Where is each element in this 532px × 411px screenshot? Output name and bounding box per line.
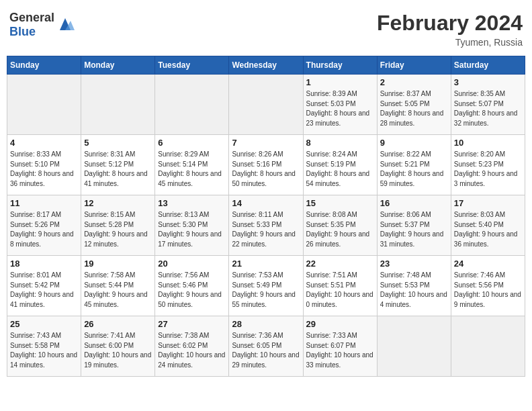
day-info: Sunrise: 7:58 AM Sunset: 5:44 PM Dayligh… bbox=[84, 271, 152, 310]
day-info: Sunrise: 8:33 AM Sunset: 5:10 PM Dayligh… bbox=[10, 150, 78, 189]
calendar-cell: 8Sunrise: 8:24 AM Sunset: 5:19 PM Daylig… bbox=[303, 135, 377, 195]
day-number: 6 bbox=[158, 138, 226, 148]
day-info: Sunrise: 8:13 AM Sunset: 5:30 PM Dayligh… bbox=[158, 210, 226, 249]
day-number: 12 bbox=[84, 198, 152, 208]
calendar-cell: 24Sunrise: 7:46 AM Sunset: 5:56 PM Dayli… bbox=[451, 256, 525, 316]
calendar-cell: 18Sunrise: 8:01 AM Sunset: 5:42 PM Dayli… bbox=[7, 256, 81, 316]
weekday-header-sunday: Sunday bbox=[7, 56, 81, 75]
day-number: 14 bbox=[232, 198, 300, 208]
day-info: Sunrise: 8:24 AM Sunset: 5:19 PM Dayligh… bbox=[306, 150, 374, 189]
title-block: February 2024 Tyumen, Russia bbox=[377, 11, 523, 48]
day-info: Sunrise: 8:06 AM Sunset: 5:37 PM Dayligh… bbox=[380, 210, 448, 249]
calendar-location: Tyumen, Russia bbox=[377, 37, 523, 48]
day-number: 8 bbox=[306, 138, 374, 148]
day-info: Sunrise: 8:35 AM Sunset: 5:07 PM Dayligh… bbox=[454, 89, 522, 128]
weekday-row: SundayMondayTuesdayWednesdayThursdayFrid… bbox=[7, 56, 525, 75]
day-info: Sunrise: 8:15 AM Sunset: 5:28 PM Dayligh… bbox=[84, 210, 152, 249]
day-number: 26 bbox=[84, 319, 152, 329]
day-number: 24 bbox=[454, 259, 522, 269]
day-info: Sunrise: 7:38 AM Sunset: 6:02 PM Dayligh… bbox=[158, 331, 226, 370]
day-info: Sunrise: 8:39 AM Sunset: 5:03 PM Dayligh… bbox=[306, 89, 374, 128]
calendar-table: SundayMondayTuesdayWednesdayThursdayFrid… bbox=[7, 56, 525, 377]
day-number: 29 bbox=[306, 319, 374, 329]
calendar-cell: 21Sunrise: 7:53 AM Sunset: 5:49 PM Dayli… bbox=[229, 256, 303, 316]
calendar-cell: 17Sunrise: 8:03 AM Sunset: 5:40 PM Dayli… bbox=[451, 195, 525, 256]
day-number: 20 bbox=[158, 259, 226, 269]
day-number: 17 bbox=[454, 198, 522, 208]
calendar-cell: 14Sunrise: 8:11 AM Sunset: 5:33 PM Dayli… bbox=[229, 195, 303, 256]
day-number: 10 bbox=[454, 138, 522, 148]
calendar-cell bbox=[229, 75, 303, 135]
weekday-header-friday: Friday bbox=[377, 56, 451, 75]
calendar-cell: 26Sunrise: 7:41 AM Sunset: 6:00 PM Dayli… bbox=[81, 316, 155, 377]
day-number: 16 bbox=[380, 198, 448, 208]
calendar-week-row: 25Sunrise: 7:43 AM Sunset: 5:58 PM Dayli… bbox=[7, 316, 525, 377]
day-number: 4 bbox=[10, 138, 78, 148]
day-number: 25 bbox=[10, 319, 78, 329]
calendar-cell: 29Sunrise: 7:33 AM Sunset: 6:07 PM Dayli… bbox=[303, 316, 377, 377]
logo: General Blue bbox=[9, 11, 75, 39]
day-info: Sunrise: 8:03 AM Sunset: 5:40 PM Dayligh… bbox=[454, 210, 522, 249]
calendar-cell: 15Sunrise: 8:08 AM Sunset: 5:35 PM Dayli… bbox=[303, 195, 377, 256]
day-info: Sunrise: 7:43 AM Sunset: 5:58 PM Dayligh… bbox=[10, 331, 78, 370]
calendar-week-row: 11Sunrise: 8:17 AM Sunset: 5:26 PM Dayli… bbox=[7, 195, 525, 256]
calendar-cell: 23Sunrise: 7:48 AM Sunset: 5:53 PM Dayli… bbox=[377, 256, 451, 316]
calendar-header: SundayMondayTuesdayWednesdayThursdayFrid… bbox=[7, 56, 525, 75]
calendar-cell: 6Sunrise: 8:29 AM Sunset: 5:14 PM Daylig… bbox=[155, 135, 229, 195]
logo-icon bbox=[56, 15, 75, 34]
day-info: Sunrise: 7:46 AM Sunset: 5:56 PM Dayligh… bbox=[454, 271, 522, 310]
calendar-week-row: 4Sunrise: 8:33 AM Sunset: 5:10 PM Daylig… bbox=[7, 135, 525, 195]
calendar-cell: 25Sunrise: 7:43 AM Sunset: 5:58 PM Dayli… bbox=[7, 316, 81, 377]
calendar-cell bbox=[7, 75, 81, 135]
day-number: 13 bbox=[158, 198, 226, 208]
calendar-body: 1Sunrise: 8:39 AM Sunset: 5:03 PM Daylig… bbox=[7, 75, 525, 377]
day-info: Sunrise: 8:22 AM Sunset: 5:21 PM Dayligh… bbox=[380, 150, 448, 189]
calendar-cell: 10Sunrise: 8:20 AM Sunset: 5:23 PM Dayli… bbox=[451, 135, 525, 195]
day-info: Sunrise: 8:01 AM Sunset: 5:42 PM Dayligh… bbox=[10, 271, 78, 310]
day-number: 5 bbox=[84, 138, 152, 148]
day-number: 15 bbox=[306, 198, 374, 208]
weekday-header-monday: Monday bbox=[81, 56, 155, 75]
day-number: 7 bbox=[232, 138, 300, 148]
calendar-cell: 12Sunrise: 8:15 AM Sunset: 5:28 PM Dayli… bbox=[81, 195, 155, 256]
day-number: 22 bbox=[306, 259, 374, 269]
day-number: 9 bbox=[380, 138, 448, 148]
day-info: Sunrise: 7:56 AM Sunset: 5:46 PM Dayligh… bbox=[158, 271, 226, 310]
calendar-cell: 13Sunrise: 8:13 AM Sunset: 5:30 PM Dayli… bbox=[155, 195, 229, 256]
day-number: 21 bbox=[232, 259, 300, 269]
calendar-cell: 5Sunrise: 8:31 AM Sunset: 5:12 PM Daylig… bbox=[81, 135, 155, 195]
calendar-cell: 2Sunrise: 8:37 AM Sunset: 5:05 PM Daylig… bbox=[377, 75, 451, 135]
page-header: General Blue February 2024 Tyumen, Russi… bbox=[7, 7, 525, 52]
day-info: Sunrise: 8:11 AM Sunset: 5:33 PM Dayligh… bbox=[232, 210, 300, 249]
day-info: Sunrise: 7:33 AM Sunset: 6:07 PM Dayligh… bbox=[306, 331, 374, 370]
weekday-header-wednesday: Wednesday bbox=[229, 56, 303, 75]
day-info: Sunrise: 8:31 AM Sunset: 5:12 PM Dayligh… bbox=[84, 150, 152, 189]
calendar-week-row: 1Sunrise: 8:39 AM Sunset: 5:03 PM Daylig… bbox=[7, 75, 525, 135]
calendar-cell: 1Sunrise: 8:39 AM Sunset: 5:03 PM Daylig… bbox=[303, 75, 377, 135]
weekday-header-tuesday: Tuesday bbox=[155, 56, 229, 75]
day-info: Sunrise: 8:37 AM Sunset: 5:05 PM Dayligh… bbox=[380, 89, 448, 128]
day-info: Sunrise: 8:29 AM Sunset: 5:14 PM Dayligh… bbox=[158, 150, 226, 189]
calendar-cell bbox=[81, 75, 155, 135]
calendar-cell: 20Sunrise: 7:56 AM Sunset: 5:46 PM Dayli… bbox=[155, 256, 229, 316]
day-info: Sunrise: 7:36 AM Sunset: 6:05 PM Dayligh… bbox=[232, 331, 300, 370]
day-number: 1 bbox=[306, 77, 374, 87]
calendar-cell: 4Sunrise: 8:33 AM Sunset: 5:10 PM Daylig… bbox=[7, 135, 81, 195]
calendar-cell: 11Sunrise: 8:17 AM Sunset: 5:26 PM Dayli… bbox=[7, 195, 81, 256]
calendar-cell: 9Sunrise: 8:22 AM Sunset: 5:21 PM Daylig… bbox=[377, 135, 451, 195]
calendar-cell bbox=[155, 75, 229, 135]
day-info: Sunrise: 8:26 AM Sunset: 5:16 PM Dayligh… bbox=[232, 150, 300, 189]
day-info: Sunrise: 7:48 AM Sunset: 5:53 PM Dayligh… bbox=[380, 271, 448, 310]
day-info: Sunrise: 8:08 AM Sunset: 5:35 PM Dayligh… bbox=[306, 210, 374, 249]
weekday-header-saturday: Saturday bbox=[451, 56, 525, 75]
day-info: Sunrise: 7:51 AM Sunset: 5:51 PM Dayligh… bbox=[306, 271, 374, 310]
calendar-cell: 7Sunrise: 8:26 AM Sunset: 5:16 PM Daylig… bbox=[229, 135, 303, 195]
calendar-cell bbox=[451, 316, 525, 377]
day-info: Sunrise: 8:17 AM Sunset: 5:26 PM Dayligh… bbox=[10, 210, 78, 249]
calendar-cell: 16Sunrise: 8:06 AM Sunset: 5:37 PM Dayli… bbox=[377, 195, 451, 256]
logo-text: General Blue bbox=[9, 11, 54, 39]
calendar-title: February 2024 bbox=[377, 11, 523, 36]
logo-general: General bbox=[9, 11, 54, 24]
calendar-cell bbox=[377, 316, 451, 377]
calendar-cell: 3Sunrise: 8:35 AM Sunset: 5:07 PM Daylig… bbox=[451, 75, 525, 135]
